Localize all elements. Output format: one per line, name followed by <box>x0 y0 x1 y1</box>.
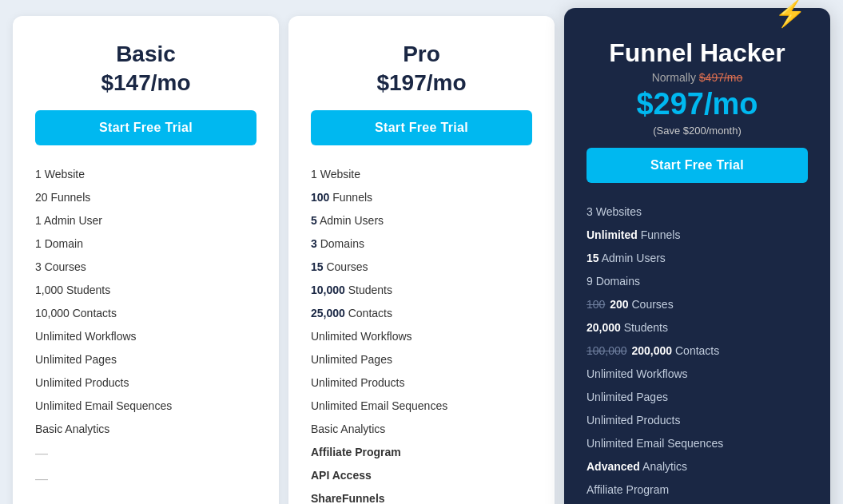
list-item: Unlimited Funnels <box>587 224 808 247</box>
list-item: 1 Website <box>35 163 256 186</box>
list-item: 3 Websites <box>587 200 808 224</box>
list-item: Advanced Analytics <box>587 455 808 478</box>
list-item: API Access <box>311 464 532 487</box>
plan-basic: Basic $147/mo Start Free Trial 1 Website… <box>13 16 279 504</box>
list-item: Basic Analytics <box>311 418 532 441</box>
list-item: 25,000 Contacts <box>311 302 532 325</box>
list-item: 10,000 Contacts <box>35 302 256 325</box>
list-item: Unlimited Products <box>311 371 532 395</box>
basic-title: Basic <box>35 42 256 67</box>
list-item: Unlimited Products <box>35 371 256 395</box>
lightning-icon: ⚡ <box>774 0 806 29</box>
funnel-hacker-title: Funnel Hacker <box>587 38 808 68</box>
list-item: Unlimited Email Sequences <box>311 395 532 418</box>
list-item: 20,000 Students <box>587 316 808 339</box>
pro-cta-button[interactable]: Start Free Trial <box>311 110 532 145</box>
list-item: 15 Admin Users <box>587 247 808 270</box>
pro-price: $197/mo <box>311 70 532 96</box>
list-item: Affiliate Program <box>587 478 808 502</box>
list-item: Unlimited Workflows <box>311 325 532 348</box>
list-item-dash: — <box>35 441 256 466</box>
basic-features-list: 1 Website 20 Funnels 1 Admin User 1 Doma… <box>35 163 256 504</box>
list-item: 15 Courses <box>311 256 532 279</box>
list-item: 5 Admin Users <box>311 209 532 232</box>
list-item: 100,000 200,000 Contacts <box>587 339 808 363</box>
pro-title: Pro <box>311 42 532 67</box>
list-item: Unlimited Email Sequences <box>35 395 256 418</box>
list-item-dash: — <box>35 466 256 492</box>
list-item: 100 Funnels <box>311 186 532 209</box>
basic-price: $147/mo <box>35 70 256 96</box>
list-item: 1 Domain <box>35 232 256 256</box>
list-item: ShareFunnels <box>311 487 532 504</box>
list-item: 1,000 Students <box>35 279 256 302</box>
list-item: 10,000 Students <box>311 279 532 302</box>
list-item: 3 Domains <box>311 232 532 256</box>
funnel-hacker-features-list: 3 Websites Unlimited Funnels 15 Admin Us… <box>587 200 808 504</box>
list-item: Unlimited Products <box>587 409 808 432</box>
list-item: Unlimited Workflows <box>587 363 808 386</box>
list-item: Unlimited Email Sequences <box>587 432 808 455</box>
list-item: 9 Domains <box>587 270 808 293</box>
list-item: 1 Admin User <box>35 209 256 232</box>
list-item: Basic Analytics <box>35 418 256 441</box>
plan-pro: Pro $197/mo Start Free Trial 1 Website 1… <box>288 16 555 504</box>
funnel-hacker-cta-button[interactable]: Start Free Trial <box>587 148 808 183</box>
list-item: Unlimited Pages <box>35 348 256 371</box>
strikethrough-price: $497/mo <box>699 71 742 84</box>
pro-features-list: 1 Website 100 Funnels 5 Admin Users 3 Do… <box>311 163 532 504</box>
list-item: Unlimited Workflows <box>35 325 256 348</box>
list-item: Unlimited Pages <box>587 386 808 409</box>
plan-funnel-hacker: ⚡ Funnel Hacker Normally $497/mo $297/mo… <box>564 8 830 504</box>
save-text: (Save $200/month) <box>587 125 808 137</box>
list-item: 1 Website <box>311 163 532 186</box>
list-item: 20 Funnels <box>35 186 256 209</box>
list-item: Unlimited Pages <box>311 348 532 371</box>
list-item: 100 200 Courses <box>587 293 808 316</box>
normal-price: Normally $497/mo <box>587 71 808 84</box>
list-item-dash: — <box>35 492 256 504</box>
list-item: Affiliate Program <box>311 441 532 464</box>
list-item: 3 Courses <box>35 256 256 279</box>
funnel-hacker-price: $297/mo <box>587 87 808 121</box>
pricing-container: Basic $147/mo Start Free Trial 1 Website… <box>8 16 835 504</box>
basic-cta-button[interactable]: Start Free Trial <box>35 110 256 145</box>
